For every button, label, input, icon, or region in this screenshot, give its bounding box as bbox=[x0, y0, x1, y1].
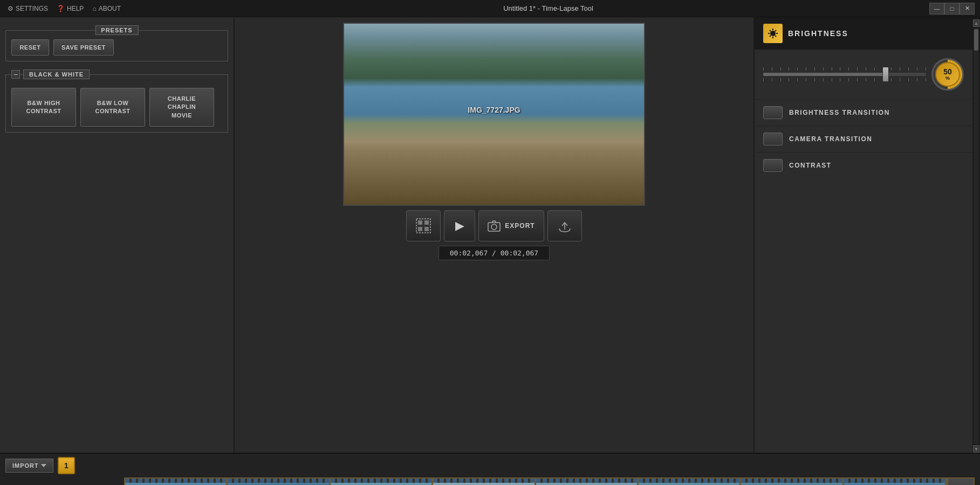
preview-landscape bbox=[344, 24, 644, 205]
camera-transition-toggle[interactable] bbox=[763, 133, 783, 146]
svg-line-16 bbox=[770, 36, 771, 37]
minimize-button[interactable]: — bbox=[929, 3, 944, 15]
time-display: 00:02,067 / 00:02,067 bbox=[438, 246, 550, 260]
left-panel: PRESETS RESET SAVE PRESET − BLACK & WHIT… bbox=[0, 17, 235, 453]
svg-line-14 bbox=[775, 36, 776, 37]
preview-filename: IMG_7727.JPG bbox=[468, 106, 520, 114]
about-button[interactable]: ⌂ ABOUT bbox=[92, 5, 121, 12]
scroll-track bbox=[974, 28, 979, 444]
window-title: Untitled 1* - Time-Lapse Tool bbox=[167, 4, 929, 12]
film-frame-4 bbox=[433, 479, 536, 485]
center-panel: IMG_7727.JPG ▶ bbox=[235, 17, 753, 453]
svg-point-6 bbox=[491, 224, 497, 230]
brightness-header: BRIGHTNESS bbox=[755, 17, 972, 50]
bw-collapse-button[interactable]: − bbox=[11, 70, 20, 79]
charlie-chaplin-button[interactable]: CHARLIE CHAPLIN MOVIE bbox=[149, 88, 214, 127]
camera-icon bbox=[488, 219, 501, 232]
settings-icon: ⚙ bbox=[8, 5, 13, 12]
help-circle-icon: ❓ bbox=[57, 5, 65, 12]
brightness-transition-toggle[interactable] bbox=[763, 106, 783, 119]
play-button[interactable]: ▶ bbox=[444, 210, 475, 241]
timeline-content: SLOW FAST bbox=[5, 477, 975, 485]
svg-line-13 bbox=[770, 30, 771, 31]
timeline-area: IMPORT 1 SLOW bbox=[0, 453, 980, 485]
bw-high-contrast-button[interactable]: B&W HIGH CONTRAST bbox=[11, 88, 76, 127]
bw-section: − BLACK & WHITE B&W HIGH CONTRAST B&W LO… bbox=[5, 74, 228, 133]
help-button[interactable]: ❓ HELP bbox=[57, 5, 84, 12]
slider-fill bbox=[763, 73, 886, 76]
brightness-icon-box bbox=[763, 24, 783, 43]
scroll-up-button[interactable]: ▲ bbox=[973, 19, 979, 27]
brightness-transition-item: BRIGHTNESS TRANSITION bbox=[755, 99, 972, 126]
contrast-item: CONTRAST bbox=[755, 152, 972, 178]
controls-row: ▶ EXPORT bbox=[406, 210, 581, 241]
bw-low-contrast-button[interactable]: B&W LOW CONTRAST bbox=[80, 88, 145, 127]
presets-label: PRESETS bbox=[95, 25, 138, 35]
save-preset-button[interactable]: SAVE PRESET bbox=[53, 39, 114, 56]
close-button[interactable]: ✕ bbox=[960, 3, 975, 15]
svg-rect-4 bbox=[424, 227, 429, 231]
upload-icon bbox=[557, 218, 573, 234]
camera-transition-item: CAMERA TRANSITION bbox=[755, 126, 972, 152]
slider-top-ticks bbox=[763, 67, 926, 71]
film-frame-7 bbox=[741, 479, 844, 485]
track-number-button[interactable]: 1 bbox=[58, 457, 75, 474]
right-panel: BRIGHTNESS bbox=[753, 17, 980, 453]
svg-rect-3 bbox=[418, 227, 422, 231]
brightness-knob[interactable]: 50 % bbox=[931, 58, 964, 91]
film-frame-5 bbox=[536, 479, 639, 485]
svg-line-15 bbox=[775, 30, 776, 31]
upload-button[interactable] bbox=[547, 210, 582, 241]
film-frame-2 bbox=[228, 479, 330, 485]
main-content: PRESETS RESET SAVE PRESET − BLACK & WHIT… bbox=[0, 17, 980, 453]
brightness-slider-thumb[interactable] bbox=[882, 67, 889, 82]
film-next-button[interactable]: › bbox=[947, 479, 974, 485]
film-strip: › bbox=[124, 477, 975, 485]
import-dropdown-arrow bbox=[41, 464, 46, 467]
svg-point-8 bbox=[770, 31, 776, 36]
contrast-toggle[interactable] bbox=[763, 159, 783, 172]
reset-button[interactable]: RESET bbox=[11, 39, 49, 56]
knob-inner: 50 % bbox=[935, 62, 960, 87]
film-frame-1 bbox=[125, 479, 228, 485]
maximize-button[interactable]: □ bbox=[944, 3, 960, 15]
settings-button[interactable]: ⚙ SETTINGS bbox=[8, 5, 48, 12]
film-frame-3 bbox=[331, 479, 433, 485]
video-preview: IMG_7727.JPG bbox=[343, 23, 645, 206]
brightness-title: BRIGHTNESS bbox=[788, 29, 848, 38]
brightness-slider-track[interactable] bbox=[763, 73, 926, 76]
bw-label: BLACK & WHITE bbox=[23, 70, 90, 79]
film-frame-6 bbox=[639, 479, 741, 485]
frames-button[interactable] bbox=[406, 210, 441, 241]
title-bar: ⚙ SETTINGS ❓ HELP ⌂ ABOUT Untitled 1* - … bbox=[0, 0, 980, 17]
home-icon: ⌂ bbox=[92, 5, 96, 12]
import-button[interactable]: IMPORT bbox=[5, 459, 53, 473]
film-frame-8 bbox=[844, 479, 947, 485]
svg-rect-2 bbox=[424, 220, 429, 225]
frames-icon bbox=[415, 218, 431, 234]
timeline-header: IMPORT 1 bbox=[0, 454, 980, 477]
slider-area: 50 % bbox=[755, 50, 972, 99]
play-icon: ▶ bbox=[455, 219, 464, 233]
presets-section: PRESETS RESET SAVE PRESET bbox=[5, 30, 228, 61]
scroll-down-button[interactable]: ▼ bbox=[973, 445, 979, 453]
right-panel-inner: BRIGHTNESS bbox=[755, 17, 972, 453]
scroll-thumb[interactable] bbox=[974, 29, 978, 51]
export-button[interactable]: EXPORT bbox=[478, 210, 544, 241]
right-scrollbar: ▲ ▼ bbox=[972, 17, 980, 453]
brightness-sun-icon bbox=[767, 27, 779, 39]
svg-rect-1 bbox=[418, 220, 422, 225]
slider-bottom-ticks bbox=[763, 78, 926, 81]
